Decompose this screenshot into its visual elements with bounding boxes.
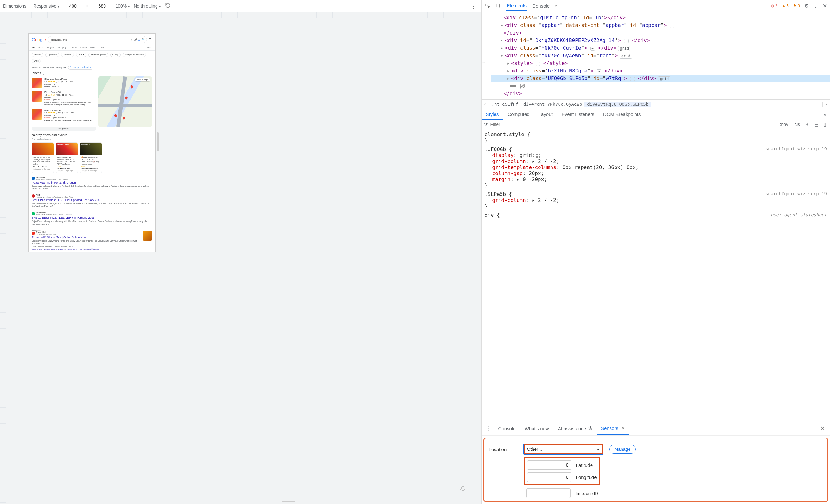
place-item[interactable]: Slice and Spice Pizza 4.6 ★★★★★ (11) · $… <box>32 76 96 90</box>
resize-handle-right[interactable] <box>157 132 159 151</box>
lens-icon[interactable]: ⦿ <box>138 38 140 41</box>
subtab-styles[interactable]: Styles <box>481 109 503 120</box>
clear-icon[interactable]: ✕ <box>130 38 133 41</box>
latitude-input[interactable] <box>527 460 572 470</box>
search-result[interactable]: Yelphttps://www.yelp.com › Restaurants ›… <box>29 192 155 209</box>
warning-count[interactable]: ▲5 <box>782 3 789 8</box>
subtab-dom-breakpoints[interactable]: DOM Breakpoints <box>599 109 645 120</box>
style-rule[interactable]: search?q=pi…wiz-serp:19 .SLPe5b { grid-c… <box>485 190 827 211</box>
rotate-icon[interactable] <box>165 2 171 9</box>
chip-open-now[interactable]: Open now <box>45 53 59 57</box>
subtab-layout[interactable]: Layout <box>534 109 557 120</box>
close-drawer-icon[interactable]: ✕ <box>817 422 829 434</box>
offer-card[interactable]: Special Sunday Hours 2/9: Oly's will be … <box>32 142 54 173</box>
breadcrumb-item[interactable]: div#rcnt.YNk70c.GyAeWb <box>521 102 584 107</box>
apps-icon[interactable] <box>149 38 152 41</box>
computed-toggle-icon[interactable]: ▤ <box>813 122 820 127</box>
styles-body[interactable]: element.style {} search?q=pi…wiz-serp:19… <box>481 129 830 421</box>
panel-tab-elements[interactable]: Elements <box>506 1 528 11</box>
timezone-input[interactable] <box>526 489 571 498</box>
manage-locations-button[interactable]: Manage <box>609 445 636 453</box>
map-preview[interactable]: Open in Maps <box>98 76 152 127</box>
inspect-icon[interactable] <box>485 3 491 9</box>
drawer-tab-console[interactable]: Console <box>494 423 520 434</box>
use-precise-location[interactable]: ⓘ Use precise location <box>68 66 93 70</box>
throttling-select[interactable]: No throttling <box>134 3 161 8</box>
rule-source-link[interactable]: search?q=pi…wiz-serp:19 <box>765 146 827 151</box>
cls-toggle[interactable]: .cls <box>792 122 801 127</box>
resize-handle-bottom[interactable] <box>282 501 295 502</box>
breadcrumb-item-selected[interactable]: div#w7tRq.UFQ0Gb.SLPe5b <box>584 102 651 107</box>
issue-count[interactable]: ⚑3 <box>793 3 800 8</box>
toggle-sidebar-icon[interactable]: ▯ <box>822 122 827 127</box>
location-select[interactable]: Other… ▾ <box>524 444 603 454</box>
search-box[interactable]: pizza near me ✕ 🎤 ⦿ 🔍 <box>48 36 147 43</box>
error-count[interactable]: ⊗2 <box>771 3 777 8</box>
hov-toggle[interactable]: :hov <box>779 122 790 127</box>
place-item[interactable]: Mucca Pizzeria 4.8 ★★★★★ (136) · $20–30 … <box>32 108 96 126</box>
zoom-select[interactable]: 100% <box>115 3 130 8</box>
google-logo[interactable]: Google <box>32 37 46 42</box>
device-toolbar-menu-icon[interactable]: ⋮ <box>469 3 478 9</box>
width-input[interactable] <box>63 3 83 8</box>
height-input[interactable] <box>93 3 111 8</box>
new-style-rule-icon[interactable]: ＋ <box>804 122 811 127</box>
responsive-select[interactable]: Responsive <box>33 3 60 8</box>
devtools-menu-icon[interactable]: ⋮ <box>813 3 818 9</box>
breadcrumb-item[interactable]: :nt.e9EfHf <box>489 102 521 107</box>
chip-wine[interactable]: Wine <box>32 59 41 63</box>
style-rule[interactable]: element.style {} <box>485 130 827 145</box>
mic-icon[interactable]: 🎤 <box>134 38 136 41</box>
tab-web[interactable]: Web <box>90 46 94 51</box>
tab-maps[interactable]: Maps <box>38 46 43 51</box>
style-rule[interactable]: search?q=pi…wiz-serp:19 .UFQ0Gb { displa… <box>485 145 827 190</box>
sponsored-result[interactable]: Sponsored Pizza Huthttps://www.pizzahut.… <box>29 227 155 252</box>
longitude-input[interactable] <box>527 472 572 482</box>
offer-card[interactable]: FREE DELIVERY FREE Delivery all weekend!… <box>56 142 78 173</box>
device-toggle-icon[interactable] <box>496 3 502 9</box>
close-tab-icon[interactable]: ✕ <box>621 425 625 431</box>
breadcrumb-scroll-right-icon[interactable]: › <box>822 102 830 107</box>
dom-selected-node[interactable]: ▸<div class="UFQ0Gb SLPe5b" id="w7tRq"> … <box>491 75 830 82</box>
chip-recent[interactable]: Recently opened <box>88 53 108 57</box>
location-info-icon[interactable]: ⋮ <box>95 66 97 69</box>
search-icon[interactable]: 🔍 <box>141 38 144 41</box>
tab-videos[interactable]: Videos <box>80 46 87 51</box>
style-rule[interactable]: user agent stylesheet div { <box>485 211 827 220</box>
styles-filter-input[interactable] <box>490 122 776 127</box>
subtab-computed[interactable]: Computed <box>503 109 534 120</box>
subtab-event-listeners[interactable]: Event Listeners <box>557 109 599 120</box>
dom-tree[interactable]: ⋯ <div class="gTMtLb fp-nh" id="lb"></di… <box>481 12 830 99</box>
place-item[interactable]: Pizza Jerk - SW 4.0 ★★★★☆ (205) · $1–10 … <box>32 90 96 108</box>
tab-images[interactable]: Images <box>46 46 54 51</box>
panel-overflow-icon[interactable]: » <box>555 3 557 8</box>
chip-cheap[interactable]: Cheap <box>110 53 121 57</box>
resize-handle-corner[interactable] <box>460 485 466 491</box>
drawer-tab-whatsnew[interactable]: What's new <box>520 423 553 434</box>
subtab-overflow-icon[interactable]: » <box>820 109 830 120</box>
svg-rect-3 <box>536 154 538 156</box>
breadcrumb-scroll-left-icon[interactable]: ‹ <box>481 102 489 107</box>
settings-icon[interactable]: ⚙ <box>804 3 809 9</box>
tab-shopping[interactable]: Shopping <box>57 46 66 51</box>
drawer-tab-sensors[interactable]: Sensors ✕ <box>597 422 630 435</box>
search-result[interactable]: Domino'shttps://pizza.dominos.com › OR ›… <box>29 174 155 192</box>
tab-more[interactable]: ⋮ More <box>98 46 106 51</box>
open-in-maps[interactable]: Open in Maps <box>135 78 150 81</box>
search-result[interactable]: Uber Eatshttps://www.ubereats.com › Oreg… <box>29 209 155 227</box>
dom-tree-menu-icon[interactable]: ⋯ <box>483 60 485 66</box>
offer-card[interactable]: Square Pizza 🍕GRAND OPENING: DETROIT-STY… <box>80 142 102 173</box>
more-places-button[interactable]: More places → <box>32 127 96 131</box>
tab-all[interactable]: All <box>32 46 35 51</box>
rule-source-link[interactable]: search?q=pi…wiz-serp:19 <box>765 191 827 196</box>
tools-button[interactable]: Tools <box>146 46 152 51</box>
panel-tab-console[interactable]: Console <box>532 1 550 10</box>
close-devtools-icon[interactable]: ✕ <box>823 3 827 9</box>
chip-vibe[interactable]: Vibe ▾ <box>76 53 87 57</box>
chip-top-rated[interactable]: Top rated <box>61 53 74 57</box>
tab-forums[interactable]: Forums <box>69 46 77 51</box>
chip-delivery[interactable]: Delivery <box>32 53 43 57</box>
drawer-tab-ai[interactable]: AI assistance ⚗ <box>553 422 597 434</box>
chip-reservations[interactable]: Accepts reservations <box>123 53 146 57</box>
drawer-menu-icon[interactable]: ⋮ <box>483 424 494 433</box>
